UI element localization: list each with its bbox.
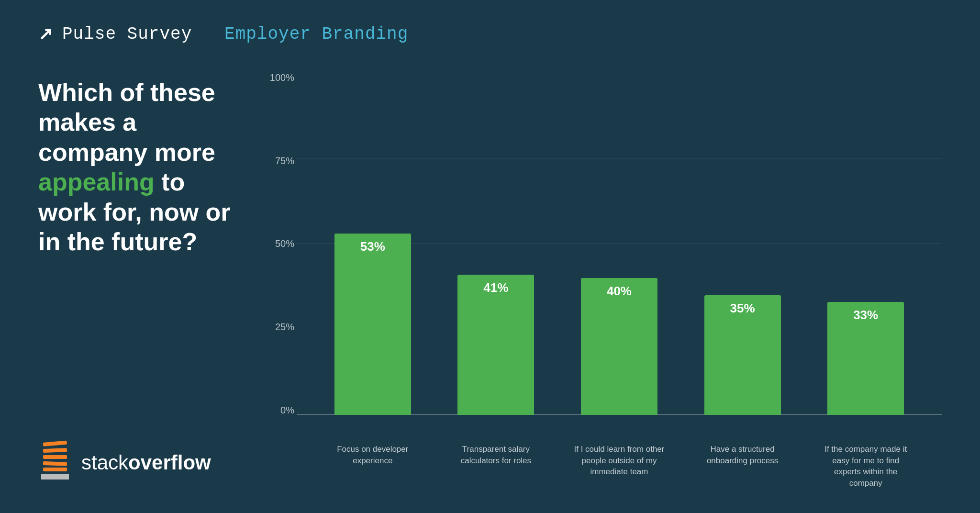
- chart-area: 100% 75% 50% 25% 0%: [268, 73, 942, 489]
- bar-4: 35%: [704, 295, 781, 415]
- stackoverflow-logo-text: stackoverflow: [81, 451, 211, 474]
- header: ↗ Pulse Survey Employer Branding: [38, 24, 942, 44]
- question-text: Which of these makes a company more appe…: [38, 78, 239, 256]
- y-label-50: 50%: [275, 239, 294, 248]
- bars-container: 53% 41% 40%: [297, 73, 942, 415]
- question-accent: appealing: [38, 168, 155, 196]
- y-label-100: 100%: [270, 73, 294, 82]
- x-label-1: Focus on developer experience: [325, 444, 421, 489]
- y-label-25: 25%: [275, 322, 294, 332]
- bar-group-2: 41%: [448, 73, 544, 415]
- header-title: Pulse Survey Employer Branding: [62, 24, 408, 44]
- bar-label-2: 41%: [483, 280, 508, 295]
- bar-group-1: 53%: [325, 73, 421, 415]
- bar-label-5: 33%: [853, 308, 878, 323]
- chart-body: 100% 75% 50% 25% 0%: [268, 73, 942, 439]
- bar-label-4: 35%: [730, 301, 755, 316]
- x-label-5: If the company made it easy for me to fi…: [818, 444, 913, 489]
- bar-5: 33%: [827, 302, 904, 415]
- bar-label-1: 53%: [360, 239, 385, 254]
- bar-3: 40%: [581, 278, 657, 415]
- x-label-3: If I could learn from other people outsi…: [571, 444, 667, 489]
- x-label-2: Transparent salary calculators for roles: [448, 444, 544, 489]
- main-content: Which of these makes a company more appe…: [38, 73, 942, 489]
- stackoverflow-logo-icon: [38, 446, 72, 480]
- header-title-accent: Employer Branding: [224, 24, 408, 44]
- logo-area: stackoverflow: [38, 446, 239, 489]
- x-axis-labels: Focus on developer experience Transparen…: [297, 444, 942, 489]
- page-container: ↗ Pulse Survey Employer Branding Which o…: [0, 0, 980, 513]
- x-label-4: Have a structured onboarding process: [695, 444, 791, 489]
- bar-label-3: 40%: [607, 284, 632, 299]
- y-axis-labels: 100% 75% 50% 25% 0%: [268, 73, 294, 415]
- chart-wrapper: 100% 75% 50% 25% 0%: [268, 73, 942, 489]
- header-title-plain: Pulse Survey: [62, 24, 192, 44]
- trend-icon: ↗: [38, 24, 53, 44]
- bar-group-4: 35%: [695, 73, 791, 415]
- left-panel: Which of these makes a company more appe…: [38, 73, 239, 489]
- bar-1: 53%: [334, 234, 411, 415]
- y-label-75: 75%: [275, 156, 294, 166]
- logo-text-bold: overflow: [128, 451, 211, 474]
- y-label-0: 0%: [280, 405, 294, 415]
- bar-group-3: 40%: [571, 73, 667, 415]
- bar-group-5: 33%: [818, 73, 913, 415]
- bar-2: 41%: [457, 275, 534, 415]
- logo-text-light: stack: [81, 451, 128, 474]
